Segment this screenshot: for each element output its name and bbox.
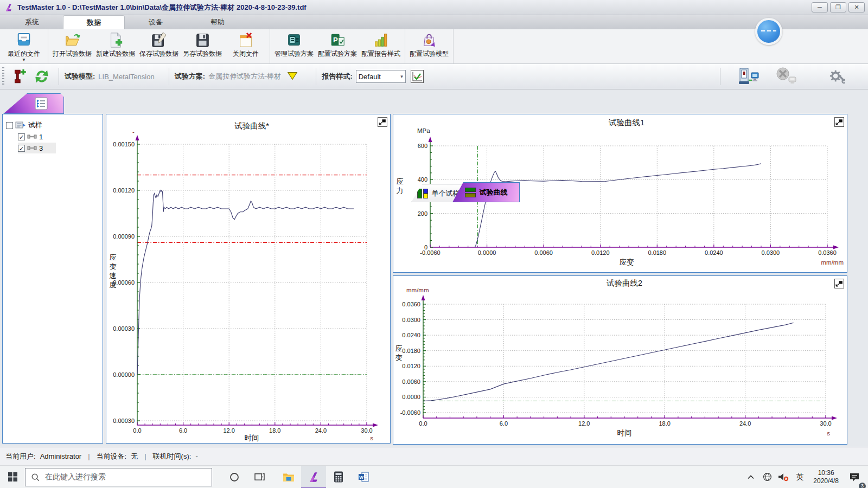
specimen-dumbbell-icon bbox=[27, 145, 37, 151]
report-check-button[interactable] bbox=[410, 69, 424, 84]
save-floppy-pen-icon bbox=[151, 32, 167, 48]
open-data-button[interactable]: 打开试验数据 bbox=[50, 30, 94, 62]
tray-expand-button[interactable] bbox=[744, 466, 758, 488]
tab-test-curve[interactable]: 试验曲线 bbox=[452, 182, 520, 202]
timer-sphere-icon[interactable] bbox=[755, 18, 782, 45]
current-device-value: 无 bbox=[131, 452, 138, 461]
cortana-icon bbox=[229, 472, 239, 482]
specimen-list-tab[interactable] bbox=[3, 93, 64, 114]
menu-help[interactable]: 帮助 bbox=[187, 15, 248, 29]
tree-item-1[interactable]: ✓ 1 bbox=[18, 131, 98, 142]
tree-root-row[interactable]: 试样 bbox=[6, 120, 98, 131]
strain-rate-time-chart[interactable]: 试验曲线*0.06.012.018.024.030.00.000300.0000… bbox=[106, 114, 390, 443]
refresh-icon bbox=[34, 68, 50, 85]
menu-system[interactable]: 系统 bbox=[1, 15, 63, 29]
tab-test-curve-label: 试验曲线 bbox=[480, 188, 508, 197]
close-button[interactable]: ✕ bbox=[848, 2, 865, 12]
recent-files-dropdown-arrow[interactable]: ▼ bbox=[22, 59, 26, 62]
scheme-label: 试验方案: bbox=[175, 72, 205, 81]
test-toolbar: 试验模型: LIB_MetalTension 试验方案: 金属拉伸试验方法-棒材… bbox=[0, 64, 868, 89]
chart-popout-button[interactable] bbox=[378, 117, 387, 127]
specimen-tree: 试样 ✓ 1 ✓ 3 bbox=[6, 120, 98, 154]
test-curve-tab-icon bbox=[465, 187, 477, 198]
new-document-icon bbox=[107, 32, 124, 48]
item-1-checkbox[interactable]: ✓ bbox=[18, 133, 25, 140]
report-style-select[interactable]: Default ▾ bbox=[356, 70, 406, 83]
svg-text:12.0: 12.0 bbox=[578, 420, 590, 427]
toolbar-separator bbox=[316, 68, 316, 85]
gear-wrench-icon bbox=[829, 68, 845, 85]
menu-device[interactable]: 设备 bbox=[125, 15, 187, 29]
report-style-button[interactable]: 配置报告样式 bbox=[359, 30, 403, 62]
svg-text:0.0: 0.0 bbox=[419, 420, 427, 427]
specimen-tree-panel: 试样 ✓ 1 ✓ 3 bbox=[2, 114, 103, 444]
new-data-label: 新建试验数据 bbox=[96, 49, 135, 59]
svg-text:600: 600 bbox=[418, 143, 427, 149]
svg-text:MPa: MPa bbox=[417, 127, 430, 134]
task-view-button[interactable] bbox=[247, 466, 272, 488]
add-specimen-button[interactable] bbox=[11, 68, 27, 85]
calculator-button[interactable] bbox=[326, 466, 351, 488]
close-file-icon bbox=[238, 32, 254, 48]
saveas-data-button[interactable]: 另存试验数据 bbox=[181, 30, 224, 62]
save-data-button[interactable]: 保存试验数据 bbox=[137, 30, 181, 62]
toolbar-separator bbox=[169, 68, 169, 85]
saveas-floppy-icon bbox=[194, 32, 210, 48]
ime-indicator[interactable]: 英 bbox=[793, 466, 807, 488]
refresh-button[interactable] bbox=[34, 68, 50, 85]
svg-text:0.0360: 0.0360 bbox=[818, 249, 837, 256]
taskbar-clock[interactable]: 10:36 2020/4/8 bbox=[809, 469, 843, 485]
windows-logo-icon bbox=[8, 472, 17, 481]
online-time-value: - bbox=[195, 452, 197, 460]
tree-item-3[interactable]: ✓ 3 bbox=[18, 143, 56, 153]
svg-text:时间: 时间 bbox=[617, 429, 632, 437]
speaker-muted-icon bbox=[778, 473, 789, 481]
start-button[interactable] bbox=[0, 466, 25, 488]
action-center-button[interactable]: 3 bbox=[845, 466, 864, 488]
chart-popout-button[interactable] bbox=[834, 279, 844, 288]
cortana-button[interactable] bbox=[222, 466, 247, 488]
chevron-up-icon bbox=[748, 475, 754, 479]
windows-taskbar: 在此键入进行搜索 bbox=[0, 465, 868, 488]
word-app-button[interactable]: W bbox=[351, 466, 376, 488]
scheme-filter-button[interactable] bbox=[286, 70, 298, 82]
svg-text:试验曲线1: 试验曲线1 bbox=[608, 118, 644, 127]
svg-text:0.0060: 0.0060 bbox=[534, 249, 553, 256]
svg-text:-0.0060: -0.0060 bbox=[420, 249, 440, 256]
chart-popout-button[interactable] bbox=[834, 117, 844, 127]
root-checkbox[interactable] bbox=[6, 122, 13, 129]
close-file-label: 关闭文件 bbox=[233, 49, 259, 59]
machine-connect-button[interactable] bbox=[737, 67, 761, 86]
title-bar: TestMaster 1.0 - D:\TestMaster 1.0\bin\D… bbox=[0, 0, 868, 15]
close-file-button[interactable]: 关闭文件 bbox=[224, 30, 267, 62]
svg-text:试验曲线*: 试验曲线* bbox=[234, 121, 269, 130]
config-scheme-button[interactable]: P 配置试验方案 bbox=[316, 30, 359, 62]
word-icon: W bbox=[358, 471, 369, 483]
svg-text:200: 200 bbox=[418, 210, 427, 217]
config-model-button[interactable]: 配置试验模型 bbox=[407, 30, 451, 62]
ribbon-group-model: 配置试验模型 bbox=[405, 29, 454, 63]
manage-scheme-button[interactable]: 管理试验方案 bbox=[272, 30, 316, 62]
taskbar-search-input[interactable]: 在此键入进行搜索 bbox=[25, 468, 212, 486]
volume-muted-button[interactable] bbox=[776, 466, 790, 488]
restore-button[interactable]: ❐ bbox=[830, 2, 846, 12]
testmaster-taskbar-button[interactable] bbox=[301, 466, 326, 488]
network-tray-button[interactable] bbox=[760, 466, 774, 488]
recent-files-button[interactable]: 最近的文件 ▼ bbox=[2, 30, 46, 62]
manage-scheme-label: 管理试验方案 bbox=[275, 49, 314, 59]
ime-label: 英 bbox=[796, 472, 803, 482]
online-time-label: 联机时间(s): bbox=[153, 452, 192, 461]
svg-text:-: - bbox=[132, 129, 135, 135]
testmaster-app-window: TestMaster 1.0 - D:\TestMaster 1.0\bin\D… bbox=[0, 0, 868, 488]
menu-data[interactable]: 数据 bbox=[63, 15, 125, 29]
minimize-button[interactable]: ─ bbox=[812, 2, 828, 12]
item-3-checkbox[interactable]: ✓ bbox=[18, 145, 25, 152]
svg-text:12.0: 12.0 bbox=[223, 427, 234, 434]
machine-disconnect-button[interactable] bbox=[775, 67, 799, 86]
strain-time-chart[interactable]: 试验曲线20.06.012.018.024.030.0-0.00600.0000… bbox=[393, 276, 847, 444]
toolbar-grip[interactable] bbox=[2, 67, 4, 86]
file-explorer-button[interactable] bbox=[276, 466, 301, 488]
svg-text:时间: 时间 bbox=[245, 434, 259, 442]
settings-button[interactable] bbox=[829, 68, 845, 85]
new-data-button[interactable]: 新建试验数据 bbox=[94, 30, 137, 62]
